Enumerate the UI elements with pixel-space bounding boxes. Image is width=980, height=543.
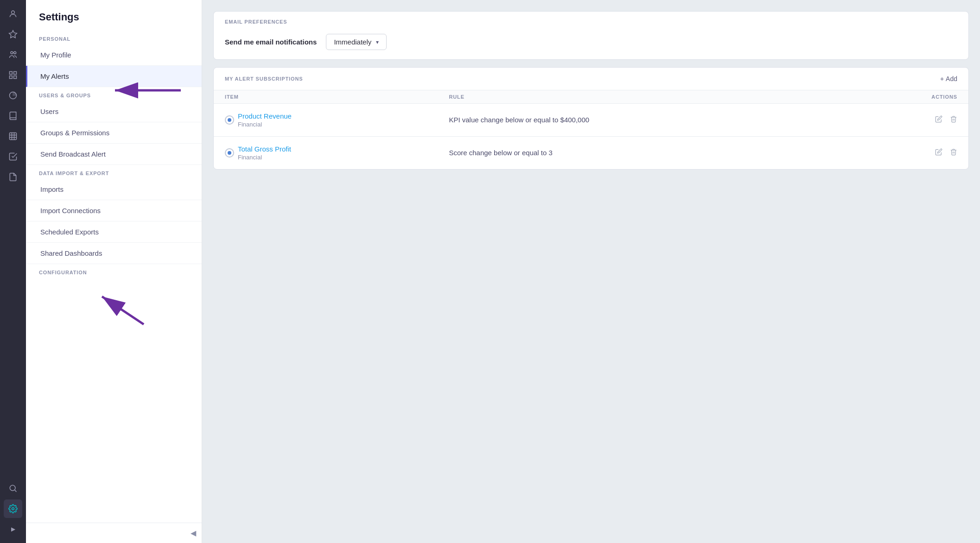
sidebar-item-scheduled-exports[interactable]: Scheduled Exports <box>26 221 202 243</box>
section-data-import-export: DATA IMPORT & EXPORT <box>26 165 202 179</box>
add-icon: + <box>940 75 944 82</box>
svg-rect-5 <box>14 72 17 75</box>
sidebar-item-my-profile[interactable]: My Profile <box>26 44 202 66</box>
svg-rect-6 <box>10 76 13 79</box>
sidebar-item-send-broadcast[interactable]: Send Broadcast Alert <box>26 144 202 165</box>
actions-group-2 <box>859 148 957 158</box>
nav-dashboard[interactable] <box>4 66 22 84</box>
sidebar-item-my-alerts[interactable]: My Alerts <box>26 66 202 87</box>
nav-grid[interactable] <box>4 127 22 145</box>
item-name-1[interactable]: Product Revenue <box>238 112 292 120</box>
collapse-icon: ◀ <box>191 529 196 537</box>
col-actions: ACTIONS <box>847 90 968 104</box>
sidebar-item-imports[interactable]: Imports <box>26 179 202 200</box>
select-chevron-icon: ▾ <box>376 39 379 45</box>
nav-people[interactable] <box>4 45 22 64</box>
section-configuration: CONFIGURATION <box>26 264 202 278</box>
alert-subscriptions-table: ITEM RULE ACTIONS Product Revenue Financ… <box>214 90 968 169</box>
nav-search[interactable] <box>4 479 22 498</box>
svg-line-15 <box>15 490 17 492</box>
item-cell-2: Total Gross Profit Financial <box>214 137 438 170</box>
svg-point-3 <box>14 51 16 54</box>
email-preferences-card: EMAIL PREFERENCES Send me email notifica… <box>213 11 969 60</box>
nav-star[interactable] <box>4 25 22 44</box>
actions-cell-2 <box>847 137 968 170</box>
subscriptions-header: MY ALERT SUBSCRIPTIONS + Add <box>214 68 968 90</box>
edit-icon-1[interactable] <box>935 115 942 125</box>
email-pref-row: Send me email notifications Immediately … <box>214 25 968 59</box>
rule-text-1: KPI value change below or equal to $400,… <box>449 116 589 124</box>
sidebar-item-groups-permissions[interactable]: Groups & Permissions <box>26 122 202 144</box>
svg-rect-4 <box>10 72 13 75</box>
rule-cell-1: KPI value change below or equal to $400,… <box>438 104 847 137</box>
radio-icon-2[interactable] <box>225 148 234 158</box>
svg-rect-7 <box>14 76 17 79</box>
svg-marker-1 <box>9 31 17 38</box>
actions-cell-1 <box>847 104 968 137</box>
item-category-2: Financial <box>238 154 291 161</box>
nav-check[interactable] <box>4 147 22 166</box>
col-rule: RULE <box>438 90 847 104</box>
svg-point-0 <box>12 11 15 14</box>
nav-gear[interactable] <box>4 499 22 518</box>
nav-file[interactable] <box>4 168 22 186</box>
svg-rect-9 <box>10 133 17 140</box>
section-personal: PERSONAL <box>26 31 202 44</box>
item-category-1: Financial <box>238 121 292 128</box>
sidebar-item-import-connections[interactable]: Import Connections <box>26 200 202 221</box>
email-pref-text: Send me email notifications <box>225 38 317 46</box>
sidebar: Settings PERSONAL My Profile My Alerts U… <box>26 0 202 543</box>
nav-user[interactable] <box>4 5 22 23</box>
email-frequency-select[interactable]: Immediately ▾ <box>326 34 387 50</box>
icon-nav: ▶ <box>0 0 26 543</box>
add-label: Add <box>946 75 957 82</box>
col-item: ITEM <box>214 90 438 104</box>
alert-subscriptions-card: MY ALERT SUBSCRIPTIONS + Add ITEM RULE A… <box>213 67 969 170</box>
svg-point-16 <box>12 508 14 510</box>
sidebar-collapse-button[interactable]: ◀ <box>26 523 202 543</box>
email-preferences-label: EMAIL PREFERENCES <box>214 12 968 25</box>
section-users-groups: USERS & GROUPS <box>26 87 202 101</box>
add-alert-button[interactable]: + Add <box>940 75 957 82</box>
item-info-2: Total Gross Profit Financial <box>238 145 291 161</box>
svg-point-2 <box>11 51 13 54</box>
sidebar-item-shared-dashboards[interactable]: Shared Dashboards <box>26 243 202 264</box>
item-info-1: Product Revenue Financial <box>238 112 292 128</box>
item-cell-1: Product Revenue Financial <box>214 104 438 137</box>
table-row: Total Gross Profit Financial Score chang… <box>214 137 968 170</box>
rule-cell-2: Score change below or equal to 3 <box>438 137 847 170</box>
actions-group-1 <box>859 115 957 125</box>
main-content: EMAIL PREFERENCES Send me email notifica… <box>202 0 980 543</box>
svg-point-14 <box>10 485 15 491</box>
delete-icon-2[interactable] <box>950 148 957 158</box>
sidebar-title: Settings <box>26 0 202 31</box>
nav-book[interactable] <box>4 107 22 125</box>
table-row: Product Revenue Financial KPI value chan… <box>214 104 968 137</box>
delete-icon-1[interactable] <box>950 115 957 125</box>
icon-nav-bottom: ▶ <box>0 479 26 543</box>
email-frequency-value: Immediately <box>334 38 371 46</box>
subscriptions-title: MY ALERT SUBSCRIPTIONS <box>225 76 303 82</box>
nav-expand[interactable]: ▶ <box>4 520 22 538</box>
edit-icon-2[interactable] <box>935 148 942 158</box>
rule-text-2: Score change below or equal to 3 <box>449 149 552 157</box>
nav-chart[interactable] <box>4 86 22 105</box>
item-name-2[interactable]: Total Gross Profit <box>238 145 291 153</box>
radio-icon-1[interactable] <box>225 115 234 125</box>
sidebar-item-users[interactable]: Users <box>26 101 202 122</box>
